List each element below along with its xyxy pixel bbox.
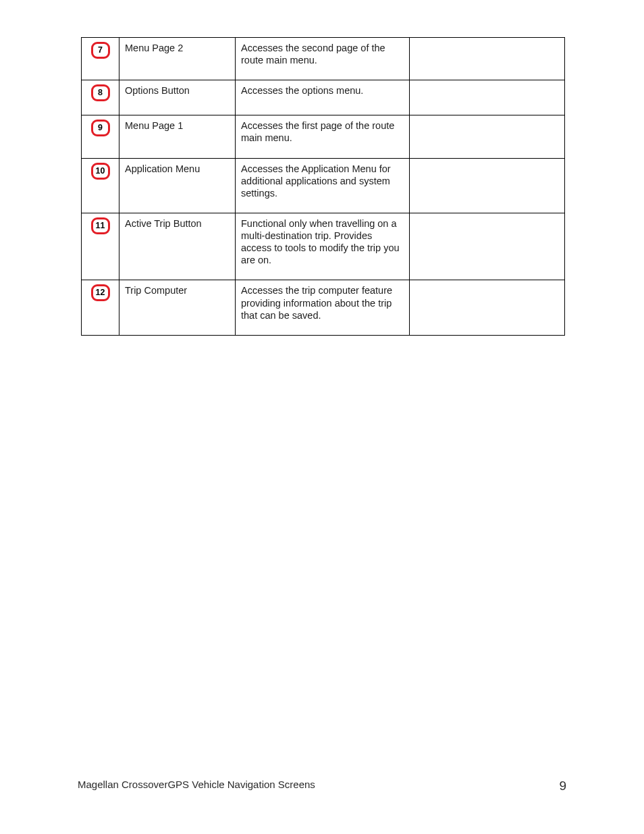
- item-name: Menu Page 1: [119, 115, 236, 158]
- page-number: 9: [559, 779, 566, 793]
- table-row: 9 Menu Page 1 Accesses the first page of…: [82, 115, 565, 158]
- item-name: Application Menu: [119, 158, 236, 213]
- item-name: Options Button: [119, 80, 236, 115]
- item-extra: [410, 80, 565, 115]
- item-name: Active Trip Button: [119, 213, 236, 280]
- table-row: 10 Application Menu Accesses the Applica…: [82, 158, 565, 213]
- item-description: Accesses the second page of the route ma…: [236, 38, 410, 80]
- callout-badge: 10: [91, 163, 110, 180]
- callout-badge: 11: [91, 217, 110, 234]
- item-extra: [410, 115, 565, 158]
- reference-table: 7 Menu Page 2 Accesses the second page o…: [81, 37, 565, 336]
- table-row: 12 Trip Computer Accesses the trip compu…: [82, 280, 565, 335]
- callout-badge: 8: [91, 84, 110, 101]
- item-name: Menu Page 2: [119, 38, 236, 80]
- item-extra: [410, 213, 565, 280]
- callout-badge: 9: [91, 120, 110, 136]
- item-extra: [410, 38, 565, 80]
- item-description: Accesses the trip computer feature provi…: [236, 280, 410, 335]
- callout-badge: 12: [91, 284, 110, 301]
- item-description: Functional only when travelling on a mul…: [236, 213, 410, 280]
- item-extra: [410, 280, 565, 335]
- table-row: 11 Active Trip Button Functional only wh…: [82, 213, 565, 280]
- footer-title: Magellan CrossoverGPS Vehicle Navigation…: [78, 779, 315, 793]
- item-name: Trip Computer: [119, 280, 236, 335]
- callout-badge: 7: [91, 42, 110, 59]
- table-row: 7 Menu Page 2 Accesses the second page o…: [82, 38, 565, 80]
- page-footer: Magellan CrossoverGPS Vehicle Navigation…: [78, 779, 566, 793]
- item-description: Accesses the first page of the route mai…: [236, 115, 410, 158]
- table-row: 8 Options Button Accesses the options me…: [82, 80, 565, 115]
- item-extra: [410, 158, 565, 213]
- item-description: Accesses the Application Menu for additi…: [236, 158, 410, 213]
- item-description: Accesses the options menu.: [236, 80, 410, 115]
